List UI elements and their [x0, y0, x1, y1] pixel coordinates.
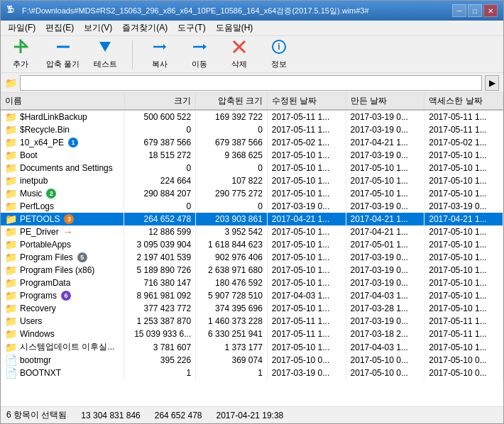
- col-accessed[interactable]: 액세스한 날짜: [424, 93, 503, 110]
- file-name: PETOOLS: [20, 214, 60, 224]
- toolbar-btn-정보[interactable]: i정보: [265, 39, 293, 69]
- main-content: 이름 크기 압축된 크기 수정된 날짜 만든 날짜 액세스한 날짜 📁$Hard…: [1, 93, 503, 406]
- table-row[interactable]: 📁10_x64_PE1679 387 566679 387 5662017-05…: [1, 136, 503, 149]
- file-icon: 📁: [5, 137, 17, 148]
- table-row[interactable]: 📁Users1 253 387 8701 460 373 2282017-05-…: [1, 315, 503, 328]
- toolbar-btn-복사[interactable]: 복사: [146, 39, 174, 69]
- file-compressed: 290 775 272: [196, 187, 268, 200]
- file-compressed: 3 952 542: [196, 225, 268, 238]
- file-size: 1 253 387 870: [124, 315, 196, 328]
- table-row[interactable]: 📁$Recycle.Bin002017-05-11 1...2017-03-19…: [1, 123, 503, 136]
- col-created[interactable]: 만든 날짜: [346, 93, 424, 110]
- file-created: 2017-05-10 0...: [346, 354, 424, 367]
- toolbar-label: 복사: [152, 59, 168, 69]
- file-icon: 📁: [5, 188, 17, 199]
- file-name-cell: 📁PortableApps: [1, 238, 124, 251]
- status-selected: 6 항목이 선택됨: [6, 409, 67, 421]
- address-go-button[interactable]: ▶: [485, 75, 499, 91]
- file-size: 12 886 599: [124, 225, 196, 238]
- table-row[interactable]: 📁Documents and Settings002017-05-10 1...…: [1, 162, 503, 174]
- file-created: 2017-05-10 0...: [346, 367, 424, 379]
- col-name[interactable]: 이름: [1, 93, 124, 110]
- file-name-cell: 📁ProgramData: [1, 277, 124, 289]
- file-name-cell: 📄bootmgr: [1, 354, 124, 367]
- file-compressed: 1 373 177: [196, 340, 268, 354]
- menu-item[interactable]: 파일(F): [4, 21, 40, 35]
- table-row[interactable]: 📁PerfLogs002017-03-19 0...2017-03-19 0..…: [1, 200, 503, 213]
- file-modified: 2017-05-11 1...: [267, 315, 346, 328]
- table-row[interactable]: 📁PETOOLS3264 652 478203 903 8612017-04-2…: [1, 213, 503, 225]
- table-row[interactable]: 📁inetpub224 664107 8222017-05-10 1...201…: [1, 174, 503, 187]
- file-modified: 2017-05-10 1...: [267, 225, 346, 238]
- table-row[interactable]: 📄bootmgr395 226369 0742017-05-10 0...201…: [1, 354, 503, 367]
- table-row[interactable]: 📁Programs68 961 981 0925 907 728 5102017…: [1, 289, 503, 302]
- toolbar-btn-압축 풀기[interactable]: 압축 풀기: [46, 39, 80, 69]
- menu-item[interactable]: 즐겨찾기(A): [118, 21, 172, 35]
- table-row[interactable]: 📁PortableApps3 095 039 9041 618 844 6232…: [1, 238, 503, 251]
- file-name: Recovery: [20, 303, 56, 313]
- file-compressed: 2 638 971 680: [196, 264, 268, 277]
- file-modified: 2017-05-10 1...: [267, 340, 346, 354]
- toolbar-btn-테스트[interactable]: 테스트: [91, 39, 119, 69]
- file-icon: 📁: [5, 316, 17, 327]
- table-row[interactable]: 📁Music2290 884 207290 775 2722017-05-10 …: [1, 187, 503, 200]
- file-accessed: 2017-05-11 1...: [424, 123, 503, 136]
- close-button[interactable]: ✕: [483, 4, 498, 17]
- col-size[interactable]: 크기: [124, 93, 196, 110]
- menu-item[interactable]: 도구(T): [173, 21, 209, 35]
- table-row[interactable]: 📁Recovery377 423 772374 395 6962017-05-1…: [1, 302, 503, 315]
- file-modified: 2017-03-19 0...: [267, 367, 346, 379]
- file-name: PerfLogs: [20, 201, 54, 211]
- file-compressed: 1 618 844 623: [196, 238, 268, 251]
- toolbar-btn-추가[interactable]: 추가: [6, 39, 35, 69]
- table-row[interactable]: 📁Boot18 515 2729 368 6252017-05-10 1...2…: [1, 149, 503, 162]
- file-name-cell: 📁Music2: [1, 187, 124, 200]
- menu-item[interactable]: 보기(V): [80, 21, 116, 35]
- status-bar: 6 항목이 선택됨 13 304 831 846 264 652 478 201…: [1, 406, 503, 423]
- app-icon: 🗜: [6, 5, 18, 16]
- col-modified[interactable]: 수정된 날짜: [267, 93, 346, 110]
- menu-item[interactable]: 편집(E): [41, 21, 78, 35]
- toolbar-btn-이동[interactable]: 이동: [185, 39, 214, 69]
- address-input[interactable]: F:#Downloads#MDS#RS2_15063_296_x86_x64_1…: [20, 75, 482, 91]
- table-row[interactable]: 📁시스템업데이트 이후실...3 781 6071 373 1772017-05…: [1, 340, 503, 354]
- file-name: Programs: [20, 291, 57, 301]
- file-list[interactable]: 이름 크기 압축된 크기 수정된 날짜 만든 날짜 액세스한 날짜 📁$Hard…: [1, 93, 503, 406]
- menu-item[interactable]: 도움말(H): [212, 21, 258, 35]
- table-row[interactable]: 📁Windows15 039 933 6...6 330 251 9412017…: [1, 328, 503, 340]
- file-modified: 2017-05-10 1...: [267, 277, 346, 289]
- table-row[interactable]: 📁$HardLinkBackup500 600 522169 392 72220…: [1, 110, 503, 123]
- file-arrow-badge: →: [63, 226, 73, 238]
- table-row[interactable]: 📁PE_Driver→12 886 5993 952 5422017-05-10…: [1, 225, 503, 238]
- file-icon: 📁: [5, 264, 17, 276]
- col-compressed[interactable]: 압축된 크기: [196, 93, 268, 110]
- file-name-cell: 📁PE_Driver→: [1, 225, 124, 238]
- file-size: 15 039 933 6...: [124, 328, 196, 340]
- toolbar-btn-삭제[interactable]: 삭제: [225, 39, 253, 69]
- file-icon: 📁: [5, 150, 17, 161]
- svg-text:i: i: [278, 42, 280, 52]
- file-created: 2017-04-21 1...: [346, 136, 424, 149]
- file-modified: 2017-05-10 1...: [267, 162, 346, 174]
- file-icon: 📁: [5, 328, 17, 340]
- table-row[interactable]: 📁Program Files52 197 401 539902 976 4062…: [1, 251, 503, 264]
- minimize-button[interactable]: ─: [452, 4, 466, 17]
- file-name-cell: 📁Documents and Settings: [1, 162, 124, 174]
- maximize-button[interactable]: □: [468, 4, 482, 17]
- table-row[interactable]: 📁Program Files (x86)5 189 890 7262 638 9…: [1, 264, 503, 277]
- file-name-cell: 📁Program Files5: [1, 251, 124, 264]
- file-accessed: 2017-05-11 1...: [424, 315, 503, 328]
- file-badge: 2: [46, 189, 56, 199]
- file-modified: 2017-05-11 1...: [267, 110, 346, 123]
- table-row[interactable]: 📄BOOTNXT112017-03-19 0...2017-05-10 0...…: [1, 367, 503, 379]
- file-size: 679 387 566: [124, 136, 196, 149]
- file-created: 2017-03-19 0...: [346, 149, 424, 162]
- file-name-cell: 📁Programs6: [1, 289, 124, 302]
- file-name: ProgramData: [20, 278, 70, 288]
- table-row[interactable]: 📁ProgramData716 380 147180 476 5922017-0…: [1, 277, 503, 289]
- file-size: 716 380 147: [124, 277, 196, 289]
- toolbar-label: 압축 풀기: [46, 59, 80, 69]
- toolbar-icon: [152, 39, 168, 57]
- toolbar-icon: [231, 39, 247, 57]
- file-size: 0: [124, 200, 196, 213]
